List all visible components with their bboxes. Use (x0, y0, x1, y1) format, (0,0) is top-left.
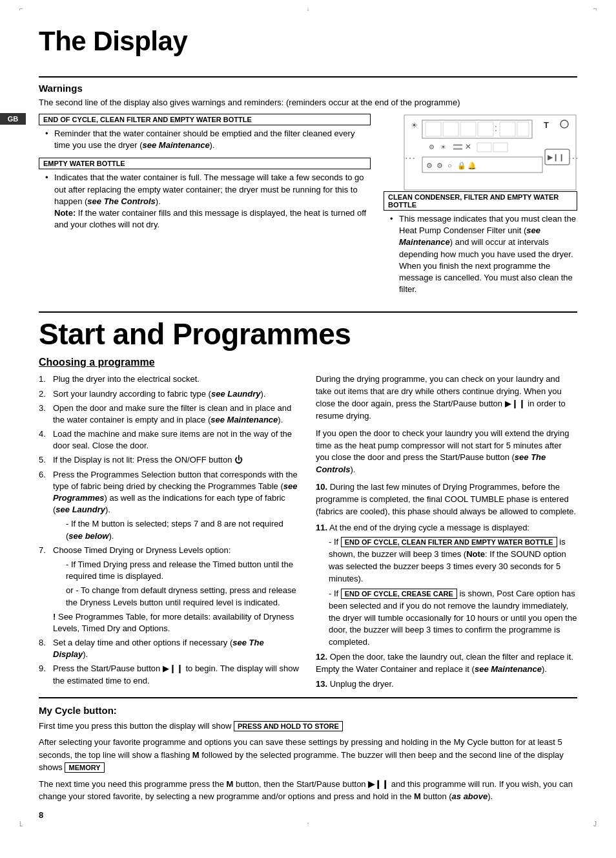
center-bottom-mark: ↑ (307, 821, 310, 828)
right-step12: 12. Open the door, take the laundry out,… (316, 651, 577, 676)
svg-text:…: … (404, 149, 416, 162)
my-cycle-para3: The next time you need this programme pr… (39, 778, 577, 803)
svg-rect-0 (404, 115, 576, 190)
warnings-section: Warnings The second line of the display … (39, 83, 577, 302)
corner-mark-tl: ⌐ (19, 5, 23, 12)
box3-text: This message indicates that you must cle… (399, 214, 576, 294)
warnings-right-col: ☀ T : (384, 114, 577, 302)
box3-see-maintenance: see Maintenance (399, 225, 540, 247)
step-6-sub: - If the M button is selected; steps 7 a… (39, 518, 300, 541)
section-divider-1 (39, 311, 577, 313)
gb-label: GB (0, 113, 26, 125)
step-6: 6.Press the Programmes Selection button … (39, 469, 300, 516)
step-3: 3.Open the door and make sure the filter… (39, 403, 300, 426)
page-number: 8 (39, 810, 43, 820)
box2-text: Indicates that the water container is fu… (54, 173, 366, 229)
svg-rect-18 (493, 143, 508, 152)
box1-item: Reminder that the water container should… (45, 128, 371, 151)
right-para2: If you open the door to check your laund… (316, 428, 577, 476)
corner-mark-bl: L (19, 821, 23, 828)
press-hold-box: PRESS AND HOLD TO STORE (234, 721, 343, 731)
box3-item: This message indicates that you must cle… (390, 213, 577, 295)
svg-rect-4 (422, 120, 532, 138)
step-1: 1.Plug the dryer into the electrical soc… (39, 373, 300, 385)
center-top-mark: ↓ (307, 5, 310, 12)
svg-text:⚙: ⚙ (429, 143, 435, 151)
step-7-excl: ! See Programmes Table, for more details… (39, 611, 300, 634)
step-9: 9.Press the Start/Pause button ▶❙❙ to be… (39, 663, 300, 686)
box3-list: This message indicates that you must cle… (384, 213, 577, 295)
svg-rect-5 (426, 122, 441, 136)
svg-text:…: … (568, 149, 577, 162)
step-8: 8.Set a delay time and other options if … (39, 637, 300, 660)
svg-text:⚙: ⚙ (426, 162, 433, 169)
svg-rect-17 (477, 143, 491, 152)
svg-text:🔒: 🔒 (457, 161, 466, 170)
svg-text:✕: ✕ (465, 142, 471, 151)
right-step10: 10. During the last few minutes of Dryin… (316, 481, 577, 518)
memory-box: MEMORY (65, 762, 104, 773)
steps-left: 1.Plug the dryer into the electrical soc… (39, 373, 300, 690)
main-two-col: 1.Plug the dryer into the electrical soc… (39, 373, 577, 690)
section2-title: Start and Programmes (39, 319, 577, 349)
step-4: 4.Load the machine and make sure items a… (39, 428, 300, 452)
svg-text:T: T (544, 120, 549, 130)
right-para1: During the drying programme, you can che… (316, 373, 577, 422)
svg-rect-8 (478, 122, 493, 136)
svg-text:○: ○ (447, 162, 452, 169)
right-step11: 11. At the end of the drying cycle a mes… (316, 522, 577, 534)
box2-label: EMPTY WATER BOTTLE (39, 158, 371, 169)
svg-point-3 (560, 120, 568, 128)
svg-text:☀: ☀ (440, 143, 446, 151)
my-cycle-line1: First time you press this button the dis… (39, 720, 577, 733)
right-step11-sub1: - If END OF CYCLE, CLEAN FILTER AND EMPT… (329, 536, 577, 585)
warnings-left-col: END OF CYCLE, CLEAN FILTER AND EMPTY WAT… (39, 114, 371, 302)
step-7-sub1: - If Timed Drying press and release the … (39, 559, 300, 582)
step-5: 5.If the Display is not lit: Press the O… (39, 454, 300, 466)
box1-label: END OF CYCLE, CLEAN FILTER AND EMPTY WAT… (39, 114, 371, 125)
page-title: The Display (39, 26, 577, 57)
svg-text::: : (495, 123, 497, 133)
step-7-sub2: or - To change from default dryness sett… (39, 585, 300, 608)
warnings-intro: The second line of the display also give… (39, 98, 577, 107)
svg-rect-6 (443, 122, 458, 136)
right-step11-sub2: - If END OF CYCLE, CREASE CARE is shown,… (329, 588, 577, 649)
step-2: 2.Sort your laundry according to fabric … (39, 388, 300, 400)
svg-rect-10 (500, 122, 515, 136)
box3-label: CLEAN CONDENSER, FILTER AND EMPTY WATER … (384, 191, 577, 211)
svg-rect-15 (453, 148, 462, 150)
box1-inline: END OF CYCLE, CLEAN FILTER AND EMPTY WAT… (341, 537, 557, 547)
display-svg: ☀ T : (403, 114, 577, 191)
step-7: 7.Choose Timed Drying or Dryness Levels … (39, 545, 300, 556)
right-step13: 13. Unplug the dryer. (316, 678, 577, 691)
box2-inline: END OF CYCLE, CREASE CARE (341, 589, 457, 599)
right-step11-subs: - If END OF CYCLE, CLEAN FILTER AND EMPT… (316, 536, 577, 649)
svg-text:☀: ☀ (411, 121, 418, 130)
display-diagram: ☀ T : (384, 114, 577, 191)
warnings-two-col: END OF CYCLE, CLEAN FILTER AND EMPTY WAT… (39, 114, 577, 302)
box2-see-controls: see The Controls (87, 196, 155, 206)
corner-mark-tr: ¬ (593, 5, 597, 12)
box2-list: Indicates that the water container is fu… (39, 172, 371, 231)
my-cycle-section: My Cycle button: First time you press th… (39, 705, 577, 803)
box1-see-maintenance: see Maintenance (143, 140, 210, 150)
steps-list: 1.Plug the dryer into the electrical soc… (39, 373, 300, 687)
warnings-title: Warnings (39, 83, 577, 94)
choosing-title: Choosing a programme (39, 357, 577, 368)
corner-mark-br: J (593, 821, 597, 828)
svg-rect-7 (460, 122, 476, 136)
title-divider (39, 76, 577, 78)
steps-right: During the drying programme, you can che… (316, 373, 577, 690)
svg-text:🔔: 🔔 (467, 161, 477, 170)
box2-item: Indicates that the water container is fu… (45, 172, 371, 231)
my-cycle-title: My Cycle button: (39, 705, 577, 716)
box1-list: Reminder that the water container should… (39, 128, 371, 151)
box1-text: Reminder that the water container should… (54, 129, 354, 150)
svg-rect-11 (517, 122, 529, 136)
my-cycle-para2: After selecting your favorite programme … (39, 736, 577, 774)
svg-text:▶❙❙: ▶❙❙ (548, 153, 564, 162)
my-cycle-divider (39, 697, 577, 698)
box2-note-label: Note: (54, 208, 76, 218)
svg-rect-14 (453, 144, 462, 146)
svg-text:⚙: ⚙ (436, 162, 443, 169)
